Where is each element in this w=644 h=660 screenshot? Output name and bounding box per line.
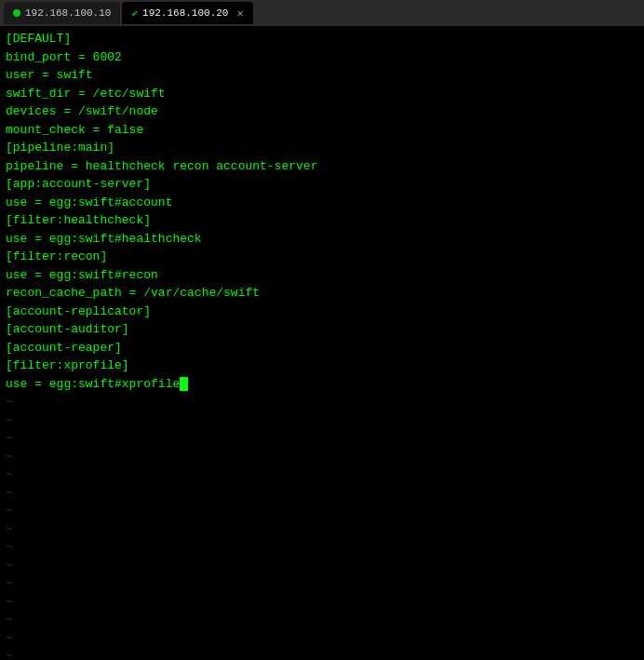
terminal-line: use = egg:swift#xprofile (6, 375, 638, 394)
tab-dot-1 (13, 9, 20, 17)
tilde-line: ~ (6, 484, 638, 503)
terminal-line: devices = /swift/node (6, 102, 638, 121)
terminal-line: [pipeline:main] (6, 139, 638, 157)
terminal-line: [app:account-server] (6, 175, 638, 194)
tilde-line: ~ (6, 557, 638, 575)
terminal-line: [filter:xprofile] (6, 357, 638, 375)
terminal-line: bind_port = 6002 (6, 48, 638, 67)
tilde-line: ~ (6, 393, 638, 411)
tab-2[interactable]: ✔ 192.168.100.20 ✕ (122, 2, 252, 24)
tilde-line: ~ (6, 574, 638, 593)
terminal-line: [filter:healthcheck] (6, 211, 638, 230)
cursor (180, 377, 188, 391)
terminal-line: [account-reaper] (6, 339, 638, 357)
terminal-line: use = egg:swift#recon (6, 266, 638, 285)
tab-label-2: 192.168.100.20 (142, 7, 228, 19)
tab-bar: 192.168.100.10 ✔ 192.168.100.20 ✕ (0, 0, 644, 26)
terminal-line: mount_check = false (6, 121, 638, 140)
tilde-line: ~ (6, 429, 638, 448)
terminal-line: [account-auditor] (6, 320, 638, 339)
tab-1[interactable]: 192.168.100.10 (4, 2, 120, 24)
tilde-line: ~ (6, 411, 638, 430)
tilde-line: ~ (6, 593, 638, 612)
terminal-line: [DEFAULT] (6, 30, 638, 48)
check-icon: ✔ (131, 7, 138, 20)
terminal-line: pipeline = healthcheck recon account-ser… (6, 157, 638, 176)
tilde-line: ~ (6, 611, 638, 629)
terminal-line: use = egg:swift#healthcheck (6, 230, 638, 249)
terminal-line: [account-replicator] (6, 303, 638, 321)
tab-label-1: 192.168.100.10 (25, 7, 111, 19)
terminal-line: swift_dir = /etc/swift (6, 85, 638, 103)
tilde-line: ~ (6, 520, 638, 539)
terminal-line: recon_cache_path = /var/cache/swift (6, 284, 638, 303)
tilde-line: ~ (6, 538, 638, 557)
tilde-line: ~ (6, 465, 638, 484)
tilde-line: ~ (6, 647, 638, 660)
terminal-line: user = swift (6, 66, 638, 85)
terminal-line: [filter:recon] (6, 248, 638, 266)
terminal-line: use = egg:swift#account (6, 194, 638, 212)
close-icon[interactable]: ✕ (236, 7, 243, 20)
terminal[interactable]: [DEFAULT]bind_port = 6002user = swiftswi… (0, 26, 644, 660)
tilde-line: ~ (6, 502, 638, 520)
tilde-line: ~ (6, 448, 638, 466)
tilde-line: ~ (6, 629, 638, 648)
